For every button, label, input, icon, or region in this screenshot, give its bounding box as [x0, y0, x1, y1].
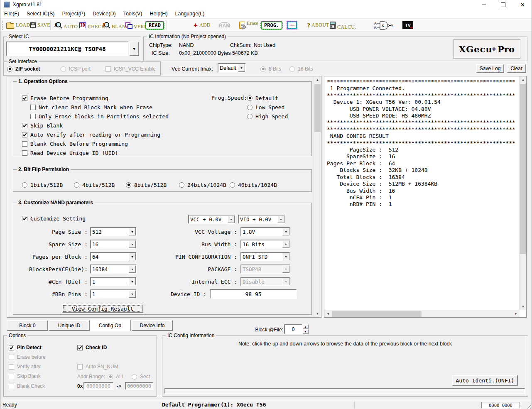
scroll-up-icon[interactable]: ▲: [520, 76, 527, 83]
skip-blank-checkbox[interactable]: Skip Blank: [22, 122, 63, 129]
save-button[interactable]: SAVE: [30, 20, 50, 30]
prog-button[interactable]: PROG.: [261, 20, 282, 30]
scrollbar-thumb[interactable]: [520, 84, 526, 254]
vcc-current-combo[interactable]: Default ▼: [218, 63, 246, 73]
scroll-down-icon[interactable]: ▼: [520, 303, 527, 310]
bitflip-24bits-radio[interactable]: 24bits/1024B: [179, 181, 226, 188]
maximize-button[interactable]: [494, 0, 512, 9]
add-button[interactable]: + ADD: [194, 20, 211, 30]
checkbox-icon: [30, 114, 36, 119]
block-at-file-field[interactable]: 0: [284, 324, 302, 334]
status-ready: Ready: [2, 402, 17, 408]
pin-configuration-combo[interactable]: ONFI STD▼: [240, 252, 290, 261]
blank-check-before-checkbox[interactable]: Blank Check Before Programming: [22, 140, 128, 147]
app-window: Xgpro v11.81 ✕ File(F) Select IC(S) Proj…: [0, 0, 532, 409]
check-id-checkbox[interactable]: Check ID: [77, 344, 107, 351]
erase-before-programming-checkbox[interactable]: Erase Before Programming: [22, 95, 108, 101]
menu-tools[interactable]: Tools(V): [120, 9, 146, 18]
menu-language[interactable]: Language(L): [172, 9, 208, 18]
bitflip-4bits-radio[interactable]: 4bits/512B: [74, 181, 115, 188]
tab-device-info[interactable]: Device.Info: [132, 320, 173, 331]
bitflip-8bits-radio[interactable]: 8bits/512B: [126, 181, 167, 188]
radio-icon: [22, 182, 27, 188]
radio-icon: [74, 182, 79, 188]
spare-size-combo[interactable]: 16▼: [90, 240, 137, 249]
close-button[interactable]: ✕: [513, 0, 532, 9]
calcu-button[interactable]: CALCU.: [330, 20, 356, 30]
scroll-down-icon[interactable]: ▼: [314, 310, 321, 317]
menu-file[interactable]: File(F): [0, 9, 23, 18]
vcc-offset-combo[interactable]: VCC + 0.0V▼: [188, 215, 235, 224]
ic-name-field[interactable]: TY00D0021211KC@ TSOP48: [6, 42, 128, 56]
tv-button[interactable]: TV: [402, 20, 413, 30]
config-panel-scrollbar[interactable]: ▲ ▼: [314, 76, 321, 317]
vcc-voltage-combo[interactable]: 1.8V▼: [240, 227, 290, 236]
auto-button[interactable]: A AUTO: [54, 20, 78, 30]
ic-dropdown-button[interactable]: ▼: [129, 42, 139, 56]
read-button[interactable]: READ: [145, 20, 164, 30]
logic-gate-button[interactable]: A B & Y: [374, 20, 393, 30]
ram-button[interactable]: RAM: [218, 20, 231, 30]
cen-die-label: #CEn (Die) :: [17, 279, 88, 285]
checkbox-icon: [22, 216, 27, 221]
speed-low-radio[interactable]: Low Speed: [247, 104, 284, 110]
vio-offset-combo[interactable]: VIO + 0.0V▼: [238, 215, 285, 224]
minimize-button[interactable]: [474, 0, 493, 9]
scroll-right-icon[interactable]: ►: [512, 310, 520, 317]
chevron-down-icon: ▼: [129, 265, 136, 273]
auto-identi-button[interactable]: Auto Identi.(ONFI): [452, 375, 518, 386]
pin-configuration-label: PIN CONFIGURATION :: [148, 254, 237, 260]
speed-default-radio[interactable]: Default: [247, 95, 278, 101]
log-hscrollbar[interactable]: ◄ ►: [324, 310, 520, 317]
test-chip-button[interactable]: ↓↓↓↓: [287, 20, 297, 30]
erase-button[interactable]: Erase: [239, 20, 258, 30]
scrollbar-thumb[interactable]: [314, 84, 321, 132]
bitflip-40bits-radio[interactable]: 40bits/1024B: [230, 181, 277, 188]
spinner-up-button[interactable]: ▲: [302, 324, 309, 329]
save-log-button[interactable]: Save Log: [476, 64, 504, 73]
svg-text:B: B: [374, 26, 377, 30]
scrollbar-thumb[interactable]: [332, 311, 422, 317]
tab-config-op[interactable]: Config Op.: [90, 319, 131, 331]
pin-detect-checkbox[interactable]: Pin Detect: [9, 344, 42, 351]
pages-per-block-combo[interactable]: 64▼: [90, 252, 137, 261]
checkbox-icon: [22, 141, 27, 147]
only-erase-partitions-checkbox[interactable]: Only Erase blocks in Partitions selected: [30, 113, 169, 120]
view-config-result-button[interactable]: View Config Resault: [62, 304, 143, 313]
tab-unique-id[interactable]: Unique ID: [49, 320, 90, 331]
spinner-down-button[interactable]: ▼: [302, 329, 309, 334]
bitflip-1bits-radio[interactable]: 1bits/512B: [22, 181, 63, 188]
rbn-pins-combo[interactable]: 1▼: [90, 289, 137, 299]
auto-verify-checkbox[interactable]: Auto Verify after reading or Programming: [22, 131, 160, 138]
tab-block0[interactable]: Block 0: [7, 320, 48, 331]
scroll-up-icon[interactable]: ▲: [314, 76, 321, 83]
zif-socket-radio[interactable]: ZIF socket: [7, 66, 40, 72]
bus-width-combo[interactable]: 16 Bits▼: [240, 240, 290, 249]
read-uid-checkbox[interactable]: Read Device Unique ID (UID): [22, 149, 118, 156]
load-button[interactable]: LOAD: [6, 20, 30, 30]
cen-die-combo[interactable]: 1▼: [90, 277, 137, 286]
resize-grip[interactable]: [526, 403, 531, 409]
menu-select-ic[interactable]: Select IC(S): [23, 9, 58, 18]
log-vscrollbar[interactable]: ▲ ▼: [519, 76, 526, 310]
menu-help[interactable]: Help(H): [146, 9, 171, 18]
chevron-down-icon: ▼: [277, 216, 284, 223]
scroll-left-icon[interactable]: ◄: [324, 310, 331, 317]
radio-icon: [132, 374, 137, 380]
speed-high-radio[interactable]: High Speed: [247, 113, 288, 120]
chevron-down-icon: ▼: [129, 278, 136, 285]
customize-setting-checkbox[interactable]: Customize Setting: [22, 215, 86, 222]
menu-device[interactable]: Device(D): [89, 9, 120, 18]
about-button[interactable]: ? ABOUT: [307, 20, 329, 30]
vcc-current-label: Vcc Current Imax:: [172, 66, 213, 72]
blocks-per-ce-combo[interactable]: 16384▼: [90, 265, 137, 274]
device-id-field[interactable]: 98 95: [210, 289, 297, 299]
not-clear-bad-block-checkbox[interactable]: Not clear Bad Block Mark when Erase: [30, 104, 152, 110]
menu-project[interactable]: Project(P): [59, 9, 89, 18]
page-size-combo[interactable]: 512▼: [90, 227, 137, 236]
check-button[interactable]: ID CHECK: [79, 20, 105, 30]
checkbox-icon: [77, 345, 83, 350]
clear-button[interactable]: Clear: [507, 64, 526, 73]
window-title: Xgpro v11.81: [13, 2, 42, 7]
package-label: PACKAGE :: [148, 266, 237, 272]
